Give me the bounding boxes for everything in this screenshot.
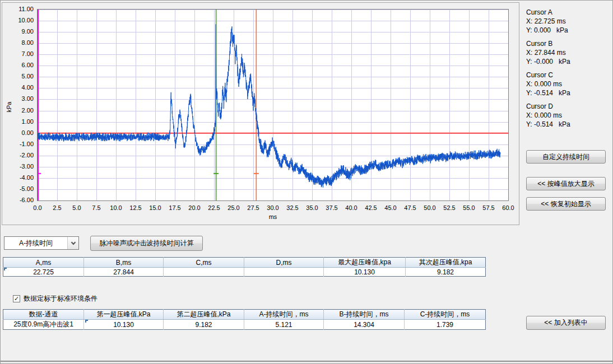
- x-tick-label: 0.0: [27, 204, 48, 212]
- duration-results-table: A,ms B,ms C,ms D,ms 最大超压峰值,kpa 其次超压峰值,kp…: [3, 257, 486, 277]
- y-tick-label: 1.00: [8, 118, 34, 125]
- x-tick-label: 15.0: [145, 204, 165, 212]
- x-tick-label: 45.0: [380, 204, 401, 212]
- cursor-b-title: Cursor B: [526, 39, 610, 48]
- custom-duration-button[interactable]: 自定义持续时间: [526, 150, 606, 164]
- x-tick-label: 42.5: [361, 204, 381, 212]
- table2-cell-edit-marker: [85, 320, 88, 323]
- table2-header-peak1[interactable]: 第一超压峰值,kPa: [84, 310, 164, 320]
- chart-panel: kPa 11.0010.009.008.007.006.005.004.003.…: [2, 2, 519, 225]
- y-tick-label: 5.00: [8, 73, 34, 80]
- x-tick-label: 17.5: [165, 204, 185, 212]
- y-tick-label: -6.00: [8, 197, 34, 204]
- table1-cell-d[interactable]: [244, 268, 324, 277]
- standard-env-checkbox[interactable]: ✓: [13, 295, 20, 302]
- table1-header-secondpeak[interactable]: 其次超压峰值,kpa: [406, 258, 486, 268]
- table1-cell-c[interactable]: [164, 268, 244, 277]
- dropdown-value: A-持续时间: [4, 239, 67, 248]
- table1-header-maxpeak[interactable]: 最大超压峰值,kpa: [324, 258, 406, 268]
- cursor-c-y: Y: -0.514 kPa: [526, 88, 610, 97]
- x-tick-label: 47.5: [400, 204, 420, 212]
- x-tick-label: 32.5: [282, 204, 303, 212]
- x-tick-label: 40.0: [341, 204, 361, 212]
- y-tick-label: 4.00: [8, 84, 34, 91]
- waveform-canvas[interactable]: [38, 10, 508, 200]
- y-tick-label: -4.00: [8, 174, 34, 181]
- y-tick-label: 3.00: [8, 95, 34, 102]
- y-tick-label: 8.00: [8, 39, 34, 46]
- x-tick-label: 10.0: [106, 204, 126, 212]
- cursor-c-x: X: 0.000 ms: [526, 80, 610, 88]
- table1-header-b[interactable]: B,ms: [84, 258, 164, 268]
- table2-cell-peak2[interactable]: 9.182: [164, 320, 244, 330]
- table2-header-peak2[interactable]: 第二超压峰值,kPa: [164, 310, 244, 320]
- y-tick-label: -2.00: [8, 152, 34, 159]
- table1-header-c[interactable]: C,ms: [164, 258, 244, 268]
- cursor-b-readout: Cursor B X: 27.844 ms Y: -0.000 kPa: [526, 39, 610, 66]
- y-tick-label: 6.00: [8, 62, 34, 69]
- table2-header-adur[interactable]: A-持续时间，ms: [244, 310, 324, 320]
- cursor-a-title: Cursor A: [526, 8, 610, 17]
- y-tick-label: 7.00: [8, 50, 34, 58]
- table1-cell-edit-marker: [4, 268, 7, 270]
- table2-data-row[interactable]: 25度0.9m高冲击波1 10.130 9.182 5.121 14.304 1…: [3, 320, 486, 330]
- table2-cell-channel[interactable]: 25度0.9m高冲击波1: [3, 320, 84, 330]
- x-tick-label: 60.0: [498, 204, 518, 212]
- table1-cell-maxpeak[interactable]: 10.130: [324, 268, 406, 277]
- cursor-d-title: Cursor D: [526, 102, 610, 111]
- x-tick-label: 30.0: [263, 204, 283, 212]
- restore-initial-button[interactable]: << 恢复初始显示: [526, 197, 606, 211]
- x-axis-title: ms: [264, 213, 281, 220]
- x-tick-label: 20.0: [184, 204, 205, 212]
- y-tick-label: -1.00: [8, 141, 34, 148]
- standard-env-checkbox-label: 数据定标于标准环境条件: [24, 294, 97, 304]
- table1-cell-secondpeak[interactable]: 9.182: [406, 268, 486, 277]
- table2-header-channel[interactable]: 数据-通道: [3, 310, 84, 320]
- x-tick-label: 52.5: [439, 204, 459, 212]
- table2-cell-adur[interactable]: 5.121: [244, 320, 324, 330]
- window-bottom-edge: [1, 361, 613, 364]
- table2-cell-peak1[interactable]: 10.130: [84, 320, 164, 330]
- duration-type-dropdown[interactable]: A-持续时间: [4, 236, 79, 250]
- table2-header-cdur[interactable]: C-持续时间，ms: [405, 310, 486, 320]
- x-tick-label: 5.0: [67, 204, 87, 212]
- app-window: kPa 11.0010.009.008.007.006.005.004.003.…: [0, 0, 613, 364]
- table1-data-row[interactable]: 22.725 27.844 10.130 9.182: [3, 268, 486, 277]
- cursor-a-readout: Cursor A X: 22.725 ms Y: 0.000 kPa: [526, 8, 610, 35]
- table1-cell-b[interactable]: 27.844: [84, 268, 164, 277]
- x-tick-label: 57.5: [479, 204, 499, 212]
- table1-header-row: A,ms B,ms C,ms D,ms 最大超压峰值,kpa 其次超压峰值,kp…: [3, 258, 486, 268]
- x-tick-label: 12.5: [126, 204, 146, 212]
- x-tick-label: 27.5: [243, 204, 263, 212]
- plot-area[interactable]: [37, 9, 509, 201]
- standard-env-checkbox-row[interactable]: ✓ 数据定标于标准环境条件: [13, 294, 97, 304]
- cursor-d-x: X: 0.000 ms: [526, 111, 610, 120]
- cursor-a-x: X: 22.725 ms: [526, 17, 610, 26]
- y-tick-label: 2.00: [8, 107, 34, 114]
- x-tick-label: 2.5: [47, 204, 67, 212]
- x-tick-label: 55.0: [459, 204, 479, 212]
- cursor-c-readout: Cursor C X: 0.000 ms Y: -0.514 kPa: [526, 71, 610, 97]
- y-tick-label: 0.00: [8, 129, 34, 137]
- x-tick-label: 50.0: [420, 204, 440, 212]
- chevron-down-icon[interactable]: [67, 237, 78, 249]
- x-tick-label: 37.5: [322, 204, 342, 212]
- cursor-c-title: Cursor C: [526, 71, 610, 80]
- zoom-to-peak-button[interactable]: << 按峰值放大显示: [526, 177, 606, 190]
- cursor-b-x: X: 27.844 ms: [526, 48, 610, 57]
- cursor-d-readout: Cursor D X: 0.000 ms Y: -0.514 kPa: [526, 102, 610, 129]
- table2-header-bdur[interactable]: B-持续时间，ms: [324, 310, 405, 320]
- x-tick-label: 22.5: [204, 204, 224, 212]
- channel-summary-table: 数据-通道 第一超压峰值,kPa 第二超压峰值,kPa A-持续时间，ms B-…: [3, 309, 486, 330]
- y-tick-label: -5.00: [8, 185, 34, 193]
- table1-header-d[interactable]: D,ms: [244, 258, 324, 268]
- cursor-b-y: Y: -0.000 kPa: [526, 57, 610, 66]
- table1-header-a[interactable]: A,ms: [3, 258, 84, 268]
- table2-cell-bdur[interactable]: 14.304: [324, 320, 405, 330]
- y-tick-label: -3.00: [8, 163, 34, 170]
- add-to-list-button[interactable]: << 加入列表中: [526, 316, 606, 330]
- table1-cell-a[interactable]: 22.725: [3, 268, 84, 277]
- y-tick-label: 11.00: [8, 6, 34, 13]
- table2-cell-cdur[interactable]: 1.739: [405, 320, 486, 330]
- calc-duration-button[interactable]: 脉冲噪声或冲击波持续时间计算: [90, 236, 203, 251]
